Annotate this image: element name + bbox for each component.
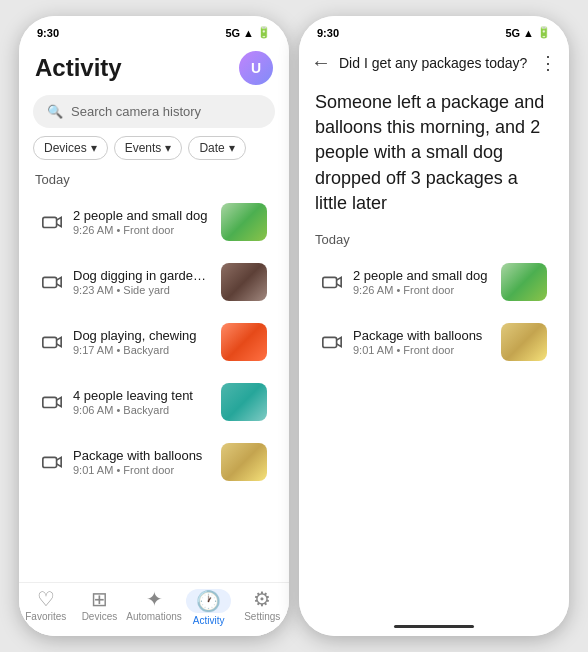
nav-automations[interactable]: ✦ Automations (126, 589, 182, 626)
status-bar-left: 9:30 5G ▲ 🔋 (19, 16, 289, 43)
thumbnail (221, 443, 267, 481)
left-screen: Activity U 🔍 Search camera history Devic… (19, 43, 289, 636)
activity-info: 2 people and small dog 9:26 AM • Front d… (353, 268, 491, 296)
thumbnail (221, 383, 267, 421)
devices-icon: ⊞ (91, 589, 108, 609)
status-icons-right: 5G ▲ 🔋 (505, 26, 551, 39)
list-item[interactable]: Package with balloons 9:01 AM • Front do… (27, 433, 281, 491)
camera-icon (41, 331, 63, 353)
search-icon: 🔍 (47, 104, 63, 119)
activity-list-left: 2 people and small dog 9:26 AM • Front d… (19, 191, 289, 582)
left-phone: 9:30 5G ▲ 🔋 Activity U 🔍 Search camera h… (19, 16, 289, 636)
signal-left: 5G (225, 27, 240, 39)
avatar[interactable]: U (239, 51, 273, 85)
bottom-nav: ♡ Favorites ⊞ Devices ✦ Automations 🕐 Ac… (19, 582, 289, 636)
answer-text: Someone left a package and balloons this… (299, 82, 569, 228)
activity-info: Dog playing, chewing 9:17 AM • Backyard (73, 328, 211, 356)
filter-date[interactable]: Date ▾ (188, 136, 245, 160)
list-item[interactable]: Dog digging in garden bed 9:23 AM • Side… (27, 253, 281, 311)
battery-right: 🔋 (537, 26, 551, 39)
heart-icon: ♡ (37, 589, 55, 609)
search-placeholder: Search camera history (71, 104, 201, 119)
svg-rect-0 (43, 217, 57, 227)
filter-row: Devices ▾ Events ▾ Date ▾ (19, 136, 289, 168)
list-item[interactable]: 2 people and small dog 9:26 AM • Front d… (27, 193, 281, 251)
right-header: ← Did I get any packages today? ⋮ (299, 43, 569, 82)
activity-info: 4 people leaving tent 9:06 AM • Backyard (73, 388, 211, 416)
list-item[interactable]: 4 people leaving tent 9:06 AM • Backyard (27, 373, 281, 431)
camera-icon (41, 271, 63, 293)
activity-info: Package with balloons 9:01 AM • Front do… (353, 328, 491, 356)
home-indicator (394, 625, 474, 628)
signal-bars-left: ▲ (243, 27, 254, 39)
nav-favorites[interactable]: ♡ Favorites (19, 589, 73, 626)
camera-icon (321, 331, 343, 353)
list-item[interactable]: Dog playing, chewing 9:17 AM • Backyard (27, 313, 281, 371)
svg-rect-3 (43, 397, 57, 407)
chevron-down-icon: ▾ (91, 141, 97, 155)
svg-rect-4 (43, 457, 57, 467)
signal-right: 5G (505, 27, 520, 39)
thumbnail (221, 203, 267, 241)
section-today-right: Today (299, 228, 569, 251)
back-button[interactable]: ← (311, 51, 331, 74)
camera-icon (41, 451, 63, 473)
more-button[interactable]: ⋮ (539, 52, 557, 74)
filter-events[interactable]: Events ▾ (114, 136, 183, 160)
activity-info: Dog digging in garden bed 9:23 AM • Side… (73, 268, 211, 296)
section-today-left: Today (19, 168, 289, 191)
time-right: 9:30 (317, 27, 339, 39)
activity-info: 2 people and small dog 9:26 AM • Front d… (73, 208, 211, 236)
time-left: 9:30 (37, 27, 59, 39)
status-icons-left: 5G ▲ 🔋 (225, 26, 271, 39)
list-item[interactable]: 2 people and small dog 9:26 AM • Front d… (307, 253, 561, 311)
search-bar[interactable]: 🔍 Search camera history (33, 95, 275, 128)
page-title-left: Activity (35, 54, 122, 82)
battery-left: 🔋 (257, 26, 271, 39)
nav-activity[interactable]: 🕐 Activity (182, 589, 236, 626)
list-item[interactable]: Package with balloons 9:01 AM • Front do… (307, 313, 561, 371)
thumbnail (221, 323, 267, 361)
thumbnail (221, 263, 267, 301)
camera-icon (41, 391, 63, 413)
svg-rect-2 (43, 337, 57, 347)
settings-icon: ⚙ (253, 589, 271, 609)
signal-bars-right: ▲ (523, 27, 534, 39)
activity-icon: 🕐 (186, 589, 231, 613)
nav-devices[interactable]: ⊞ Devices (73, 589, 127, 626)
thumbnail (501, 323, 547, 361)
chevron-down-icon: ▾ (165, 141, 171, 155)
activity-list-right: 2 people and small dog 9:26 AM • Front d… (299, 251, 569, 436)
right-phone: 9:30 5G ▲ 🔋 ← Did I get any packages tod… (299, 16, 569, 636)
chevron-down-icon: ▾ (229, 141, 235, 155)
query-title: Did I get any packages today? (339, 55, 531, 71)
svg-rect-5 (323, 277, 337, 287)
filter-devices[interactable]: Devices ▾ (33, 136, 108, 160)
camera-icon (321, 271, 343, 293)
svg-rect-6 (323, 337, 337, 347)
status-bar-right: 9:30 5G ▲ 🔋 (299, 16, 569, 43)
right-screen: ← Did I get any packages today? ⋮ Someon… (299, 43, 569, 636)
activity-info: Package with balloons 9:01 AM • Front do… (73, 448, 211, 476)
camera-icon (41, 211, 63, 233)
nav-settings[interactable]: ⚙ Settings (235, 589, 289, 626)
thumbnail (501, 263, 547, 301)
left-header: Activity U (19, 43, 289, 91)
svg-rect-1 (43, 277, 57, 287)
automations-icon: ✦ (146, 589, 163, 609)
